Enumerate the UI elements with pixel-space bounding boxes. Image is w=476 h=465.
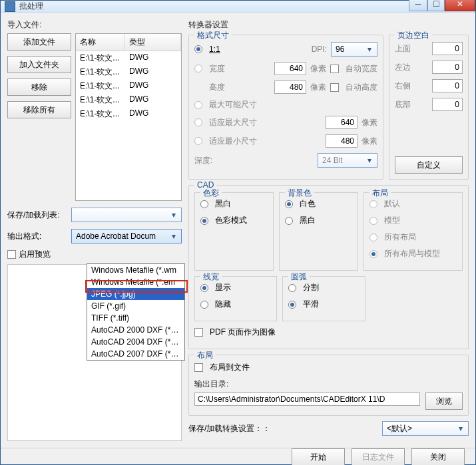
lw-hide-radio[interactable]: [200, 301, 208, 309]
col-type[interactable]: 类型: [125, 34, 181, 51]
custom-button[interactable]: 自定义: [395, 156, 463, 174]
chevron-down-icon: ▾: [169, 232, 178, 241]
margin-left-input[interactable]: [432, 61, 463, 74]
col-name[interactable]: 名称: [76, 34, 125, 51]
outdir-input[interactable]: [194, 392, 420, 406]
table-row[interactable]: E:\1-软文...DWG: [76, 51, 181, 65]
fit-max-input[interactable]: [326, 116, 357, 129]
close-dialog-button[interactable]: 关闭: [411, 448, 465, 465]
fit-max-radio[interactable]: [194, 118, 202, 126]
color-mode-radio[interactable]: [200, 217, 208, 225]
remove-button[interactable]: 移除: [7, 78, 71, 96]
table-row[interactable]: E:\1-软文...DWG: [76, 79, 181, 93]
dropdown-item[interactable]: Windows Metafile (*.wm: [87, 264, 184, 276]
format-size-group: 格式尺寸 1:1 DPI: 96▾ 宽度 像素 自动宽度: [188, 35, 383, 180]
layout-all-model-radio[interactable]: [369, 250, 377, 258]
max-possible-radio[interactable]: [194, 101, 202, 109]
width-radio[interactable]: [194, 65, 202, 73]
dropdown-item[interactable]: Windows Metafile (*.em: [87, 276, 184, 288]
output-format-dropdown[interactable]: Windows Metafile (*.wmWindows Metafile (…: [87, 263, 185, 361]
depth-select[interactable]: 24 Bit▾: [318, 153, 377, 168]
bg-group: 背景色 白色 黑白: [279, 192, 358, 271]
file-list[interactable]: 名称 类型 E:\1-软文...DWGE:\1-软文...DWGE:\1-软文.…: [75, 33, 182, 201]
lw-show-radio[interactable]: [200, 284, 208, 292]
arc-smooth-radio[interactable]: [288, 301, 296, 309]
width-input[interactable]: [274, 62, 306, 75]
table-row[interactable]: E:\1-软文...DWG: [76, 107, 181, 121]
browse-button[interactable]: 浏览: [425, 392, 463, 410]
color-group: 色彩 黑白 色彩模式: [194, 192, 274, 271]
window-title: 批处理: [19, 1, 409, 12]
maximize-button[interactable]: ☐: [427, 0, 445, 11]
enable-preview-label: 启用预览: [19, 249, 51, 260]
layout-model-radio[interactable]: [369, 217, 377, 225]
import-label: 导入文件:: [7, 19, 182, 31]
add-folder-button[interactable]: 加入文件夹: [7, 56, 71, 73]
ratio-1-1-radio[interactable]: [194, 45, 202, 53]
dropdown-item[interactable]: AutoCAD 2000 DXF (*.dx: [87, 324, 184, 336]
layout-default-radio[interactable]: [369, 200, 377, 208]
dropdown-item[interactable]: AutoCAD 2007 DXF (*.dx: [87, 348, 184, 360]
arc-segment-radio[interactable]: [288, 284, 296, 292]
arc-group: 圆弧 分割 平滑: [282, 276, 365, 321]
save-convert-select[interactable]: <默认>▾: [382, 421, 469, 436]
lineweight-group: 线宽 显示 隐藏: [194, 276, 277, 321]
chevron-down-icon: ▾: [169, 210, 178, 220]
bg-black-radio[interactable]: [285, 217, 293, 225]
cad-group: CAD 色彩 黑白 色彩模式 背景色 白色 黑白 布局 默认 模型 所有布局 所…: [188, 185, 469, 349]
fit-min-radio[interactable]: [194, 137, 202, 145]
outdir-label: 输出目录:: [194, 379, 463, 390]
output-format-label: 输出格式:: [7, 231, 71, 242]
layout-to-file-checkbox[interactable]: [194, 363, 203, 372]
fit-min-input[interactable]: [326, 134, 357, 148]
auto-height-checkbox[interactable]: [330, 83, 339, 92]
output-format-select[interactable]: Adobe Acrobat Docum▾: [71, 229, 182, 243]
margin-group: 页边空白 上面 左边 右侧 底部 自定义: [389, 35, 469, 180]
dropdown-item[interactable]: JPEG (*.jpg): [87, 288, 184, 300]
layout-choice-group: 布局 默认 模型 所有布局 所有布局与模型: [363, 192, 463, 271]
titlebar[interactable]: 批处理 ─ ☐ ✕: [1, 1, 475, 13]
dropdown-item[interactable]: TIFF (*.tiff): [87, 312, 184, 324]
converter-title: 转换器设置: [188, 19, 469, 31]
close-button[interactable]: ✕: [445, 0, 475, 11]
save-list-select[interactable]: ▾: [71, 208, 182, 222]
save-list-label: 保存/加载列表:: [7, 210, 71, 221]
layout-output-group: 布局 布局到文件 输出目录: 浏览: [188, 355, 469, 416]
bg-white-radio[interactable]: [285, 200, 293, 208]
margin-top-input[interactable]: [432, 42, 463, 55]
dpi-select[interactable]: 96▾: [331, 42, 377, 57]
dropdown-item[interactable]: GIF (*.gif): [87, 300, 184, 312]
app-icon: [5, 1, 15, 12]
margin-bottom-input[interactable]: [432, 98, 463, 111]
table-row[interactable]: E:\1-软文...DWG: [76, 65, 181, 79]
auto-width-checkbox[interactable]: [330, 65, 339, 73]
pdf-as-image-checkbox[interactable]: [194, 328, 203, 337]
add-file-button[interactable]: 添加文件: [7, 33, 71, 51]
dropdown-item[interactable]: AutoCAD 2004 DXF (*.dx: [87, 336, 184, 348]
window: 批处理 ─ ☐ ✕ 导入文件: 添加文件 加入文件夹 移除 移除所有 名称 类型: [0, 0, 476, 465]
layout-all-radio[interactable]: [369, 233, 377, 241]
color-bw-radio[interactable]: [200, 200, 208, 208]
margin-right-input[interactable]: [432, 79, 463, 92]
minimize-button[interactable]: ─: [409, 0, 427, 11]
save-convert-label: 保存/加载转换设置：：: [188, 423, 270, 434]
remove-all-button[interactable]: 移除所有: [7, 101, 71, 118]
enable-preview-checkbox[interactable]: [7, 250, 16, 259]
height-input[interactable]: [274, 80, 306, 94]
log-button[interactable]: 日志文件: [352, 448, 405, 465]
table-row[interactable]: E:\1-软文...DWG: [76, 93, 181, 107]
footer: 开始 日志文件 关闭: [1, 448, 475, 465]
start-button[interactable]: 开始: [292, 448, 345, 465]
